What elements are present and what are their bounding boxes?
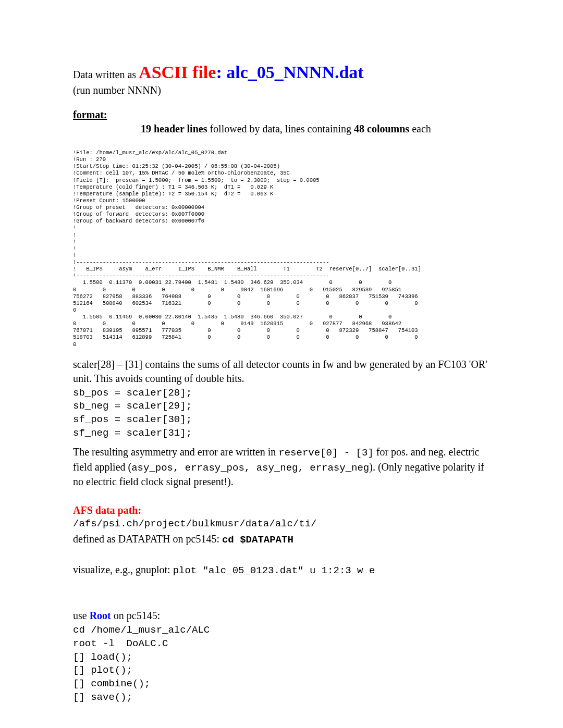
format-mid: followed by data, lines containing xyxy=(207,123,354,134)
format-heading: format: xyxy=(73,109,490,121)
filename-text: alc_05_NNNN.dat xyxy=(226,63,363,82)
data-sample-block: !File: /home/l_musr_alc/exp/alc/alc_05_0… xyxy=(73,150,490,348)
visualize-pre: visualize, e.g., gnuplot: xyxy=(73,564,173,575)
page-content: Data written as ASCII file: alc_05_NNNN.… xyxy=(0,0,563,728)
title-colon: : xyxy=(216,63,226,82)
root-post: on pc5145: xyxy=(111,610,160,621)
afs-heading: AFS data path: xyxy=(73,504,490,516)
root-pre: use xyxy=(73,610,90,621)
afs-defined-pre: defined as DATAPATH on pc5145: xyxy=(73,533,222,545)
root-line: use Root on pc5145: xyxy=(73,609,490,623)
afs-path: /afs/psi.ch/project/bulkmusr/data/alc/ti… xyxy=(73,517,490,531)
asym-code1: reserve[0] - [3] xyxy=(278,447,373,459)
format-subtitle: 19 header lines followed by data, lines … xyxy=(141,123,490,135)
afs-defined-line: defined as DATAPATH on pc5145: cd $DATAP… xyxy=(73,532,490,547)
spacer2 xyxy=(73,577,490,593)
format-bold2: 48 coloumns xyxy=(354,123,409,134)
afs-cd-cmd: cd $DATAPATH xyxy=(222,534,293,546)
visualize-cmd: plot "alc_05_0123.dat" u 1:2:3 w e xyxy=(173,565,375,576)
root-code: cd /home/l_musr_alc/ALC root -l DoALC.C … xyxy=(73,624,490,704)
format-end: each xyxy=(409,123,431,134)
asym-pre: The resulting asymmetry and error are wr… xyxy=(73,446,278,458)
format-bold1: 19 header lines xyxy=(141,123,207,134)
scaler-paragraph: scaler[28] – [31] contains the sums of a… xyxy=(73,357,490,386)
spacer xyxy=(73,547,490,563)
title-line: Data written as ASCII file: alc_05_NNNN.… xyxy=(73,63,490,82)
title-prefix: Data written as xyxy=(73,69,139,80)
spacer3 xyxy=(73,593,490,609)
ascii-file-text: ASCII file xyxy=(139,63,216,82)
asym-paragraph: The resulting asymmetry and error are wr… xyxy=(73,445,490,489)
root-word: Root xyxy=(90,610,111,621)
asym-code2: asy_pos, errasy_pos, asy_neg, errasy_neg xyxy=(131,462,369,474)
run-number-line: (run number NNNN) xyxy=(73,84,490,96)
visualize-line: visualize, e.g., gnuplot: plot "alc_05_0… xyxy=(73,563,490,578)
scaler-code: sb_pos = scaler[28]; sb_neg = scaler[29]… xyxy=(73,387,490,440)
